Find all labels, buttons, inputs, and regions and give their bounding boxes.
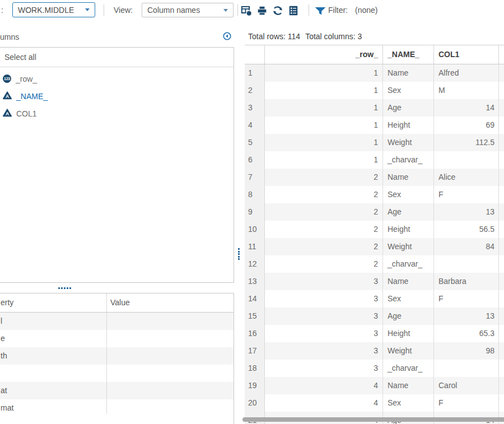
cell-name[interactable]: Name	[383, 169, 434, 186]
horizontal-scrollbar-thumb[interactable]	[242, 417, 504, 422]
cell-col1[interactable]: M	[434, 82, 499, 99]
collapse-panel-icon[interactable]	[223, 32, 231, 40]
cell-row[interactable]: 2	[265, 186, 383, 203]
column-header-name[interactable]: _NAME_	[383, 45, 434, 64]
cell-row[interactable]: 3	[265, 307, 383, 325]
cell-name[interactable]: Sex	[383, 186, 434, 203]
cell-name[interactable]: Age	[383, 203, 434, 221]
cell-col1[interactable]: 56.5	[434, 221, 499, 238]
table-row[interactable]: 183_charvar_	[245, 360, 504, 377]
cell-row[interactable]: 1	[265, 99, 383, 117]
table-row[interactable]: 163Height65.3	[245, 325, 504, 342]
cell-name[interactable]: Weight	[383, 238, 434, 255]
header-filler	[499, 45, 504, 64]
cell-row[interactable]: 1	[265, 117, 383, 134]
table-select-dropdown[interactable]: WORK.MIDDLE	[12, 2, 95, 17]
cell-name[interactable]: Height	[383, 117, 434, 134]
table-row[interactable]: 31Age14	[245, 99, 504, 117]
table-row[interactable]: 112Weight84	[245, 238, 504, 255]
table-export-icon[interactable]	[241, 5, 252, 16]
cell-name[interactable]: _charvar_	[383, 255, 434, 273]
table-row[interactable]: 72NameAlice	[245, 169, 504, 186]
print-icon[interactable]	[256, 5, 268, 16]
cell-col1[interactable]: 14	[434, 99, 499, 117]
cell-col1[interactable]: 13	[434, 307, 499, 325]
cell-name[interactable]: Age	[383, 307, 434, 325]
cell-name[interactable]: Sex	[383, 394, 434, 412]
select-all-row[interactable]: Select all	[0, 48, 234, 67]
refresh-icon[interactable]	[272, 5, 283, 16]
table-row[interactable]: 21SexM	[245, 82, 504, 99]
cell-col1[interactable]: F	[434, 290, 499, 307]
table-row[interactable]: 61_charvar_	[245, 151, 504, 169]
cell-name[interactable]: Sex	[383, 290, 434, 307]
table-row[interactable]: 194NameCarol	[245, 377, 504, 394]
cell-col1[interactable]	[434, 360, 499, 377]
horizontal-splitter-handle[interactable]	[58, 287, 71, 289]
cell-row[interactable]: 1	[265, 64, 383, 82]
cell-row[interactable]: 1	[265, 151, 383, 169]
column-header-row[interactable]: _row_	[265, 45, 383, 64]
cell-col1[interactable]: F	[434, 394, 499, 412]
table-row[interactable]: 122_charvar_	[245, 255, 504, 273]
cell-col1[interactable]: F	[434, 186, 499, 203]
column-header-col1[interactable]: COL1	[434, 45, 499, 64]
cell-name[interactable]: Height	[383, 221, 434, 238]
column-item-row[interactable]: 123_row_	[0, 70, 234, 87]
cell-col1[interactable]: Alice	[434, 169, 499, 186]
filter-funnel-icon[interactable]	[314, 5, 326, 16]
table-row[interactable]: 51Weight112.5	[245, 134, 504, 151]
view-select-dropdown[interactable]: Column names	[142, 3, 234, 17]
cell-col1[interactable]	[434, 255, 499, 273]
table-row[interactable]: 143SexF	[245, 290, 504, 307]
cell-name[interactable]: Age	[383, 99, 434, 117]
cell-name[interactable]: _charvar_	[383, 360, 434, 377]
cell-col1[interactable]: 69	[434, 117, 499, 134]
details-icon[interactable]	[288, 5, 299, 16]
table-row[interactable]: 204SexF	[245, 394, 504, 412]
cell-col1[interactable]: 98	[434, 342, 499, 360]
cell-row[interactable]: 3	[265, 360, 383, 377]
cell-row[interactable]: 1	[265, 82, 383, 99]
cell-row[interactable]: 3	[265, 342, 383, 360]
cell-col1[interactable]: 13	[434, 203, 499, 221]
table-row[interactable]: 153Age13	[245, 307, 504, 325]
cell-name[interactable]: Weight	[383, 342, 434, 360]
cell-row[interactable]: 2	[265, 221, 383, 238]
table-row[interactable]: 102Height56.5	[245, 221, 504, 238]
cell-row[interactable]: 2	[265, 169, 383, 186]
table-row[interactable]: 173Weight98	[245, 342, 504, 360]
cell-name[interactable]: Name	[383, 273, 434, 290]
cell-name[interactable]: Weight	[383, 134, 434, 151]
cell-row[interactable]: 3	[265, 273, 383, 290]
column-item-col1[interactable]: ACOL1	[0, 105, 234, 122]
cell-name[interactable]: Name	[383, 64, 434, 82]
cell-col1[interactable]: Alfred	[434, 64, 499, 82]
cell-col1[interactable]: 112.5	[434, 134, 499, 151]
cell-col1[interactable]: Carol	[434, 377, 499, 394]
cell-row[interactable]: 2	[265, 255, 383, 273]
cell-name[interactable]: Height	[383, 325, 434, 342]
cell-col1[interactable]: Barbara	[434, 273, 499, 290]
column-item-name[interactable]: A_NAME_	[0, 87, 234, 105]
cell-col1[interactable]	[434, 151, 499, 169]
cell-name[interactable]: _charvar_	[383, 151, 434, 169]
table-row[interactable]: 82SexF	[245, 186, 504, 203]
cell-name[interactable]: Sex	[383, 82, 434, 99]
table-row[interactable]: 92Age13	[245, 203, 504, 221]
cell-row[interactable]: 1	[265, 134, 383, 151]
cell-col1[interactable]: 65.3	[434, 325, 499, 342]
cell-row[interactable]: 2	[265, 203, 383, 221]
table-row[interactable]: 133NameBarbara	[245, 273, 504, 290]
cell-row[interactable]: 3	[265, 325, 383, 342]
cell-row[interactable]: 4	[265, 377, 383, 394]
table-row[interactable]: 41Height69	[245, 117, 504, 134]
table-row[interactable]: 11NameAlfred	[245, 64, 504, 82]
cell-row[interactable]: 2	[265, 238, 383, 255]
toolbar-divider	[309, 4, 309, 16]
cell-name[interactable]: Name	[383, 377, 434, 394]
cell-row[interactable]: 3	[265, 290, 383, 307]
cell-row[interactable]: 4	[265, 394, 383, 412]
cell-col1[interactable]: 84	[434, 238, 499, 255]
vertical-splitter-handle[interactable]	[238, 248, 240, 260]
